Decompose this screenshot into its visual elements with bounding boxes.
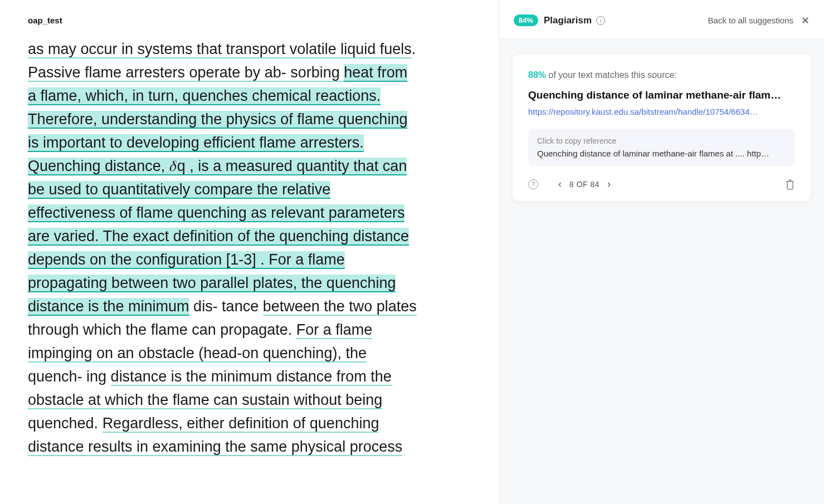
text-segment[interactable]: Quenching distance, 𝛿q , is a measured q… <box>28 158 409 316</box>
next-icon[interactable]: › <box>603 178 615 190</box>
close-icon[interactable]: ✕ <box>801 16 810 26</box>
text-segment[interactable]: through which the flame can propagate. <box>28 321 296 338</box>
panel-header: 84% Plagiarism i Back to all suggestions… <box>499 0 824 39</box>
document-pane: oap_test as may occur in systems that tr… <box>0 0 499 504</box>
suggestions-panel: 84% Plagiarism i Back to all suggestions… <box>499 0 824 504</box>
card-footer: ? ‹ 8 OF 84 › <box>528 178 795 190</box>
text-segment[interactable]: as may occur in systems that transport v… <box>28 41 412 58</box>
pager-text: 8 OF 84 <box>569 180 599 189</box>
source-title: Quenching distance of laminar methane-ai… <box>528 89 795 101</box>
document-body[interactable]: as may occur in systems that transport v… <box>28 37 418 458</box>
trash-icon[interactable] <box>785 179 795 190</box>
text-segment[interactable]: dis- tance <box>189 298 263 315</box>
text-segment[interactable]: Passive flame arresters operate by ab- s… <box>28 64 344 82</box>
help-icon[interactable]: ? <box>528 179 538 189</box>
plagiarism-badge: 84% <box>514 14 538 26</box>
match-percent: 88% <box>528 70 546 80</box>
back-link[interactable]: Back to all suggestions <box>708 16 793 25</box>
reference-box[interactable]: Click to copy reference Quenching distan… <box>528 129 795 166</box>
info-icon[interactable]: i <box>596 16 605 25</box>
source-card: 88% of your text matches this source: Qu… <box>513 55 811 201</box>
panel-title: Plagiarism <box>544 15 592 26</box>
match-rest: of your text matches this source: <box>546 70 677 80</box>
text-segment[interactable]: quenched. <box>28 415 103 432</box>
text-segment[interactable]: between the two plates <box>263 298 417 316</box>
reference-label: Click to copy reference <box>537 136 786 145</box>
reference-text: Quenching distance of laminar methane-ai… <box>537 149 786 158</box>
match-summary: 88% of your text matches this source: <box>528 70 795 80</box>
document-title: oap_test <box>28 16 471 25</box>
source-url[interactable]: https://repository.kaust.edu.sa/bitstrea… <box>528 107 795 116</box>
text-segment[interactable]: . <box>412 41 416 57</box>
prev-icon[interactable]: ‹ <box>554 178 566 190</box>
text-segment[interactable]: quench- ing <box>28 368 111 385</box>
